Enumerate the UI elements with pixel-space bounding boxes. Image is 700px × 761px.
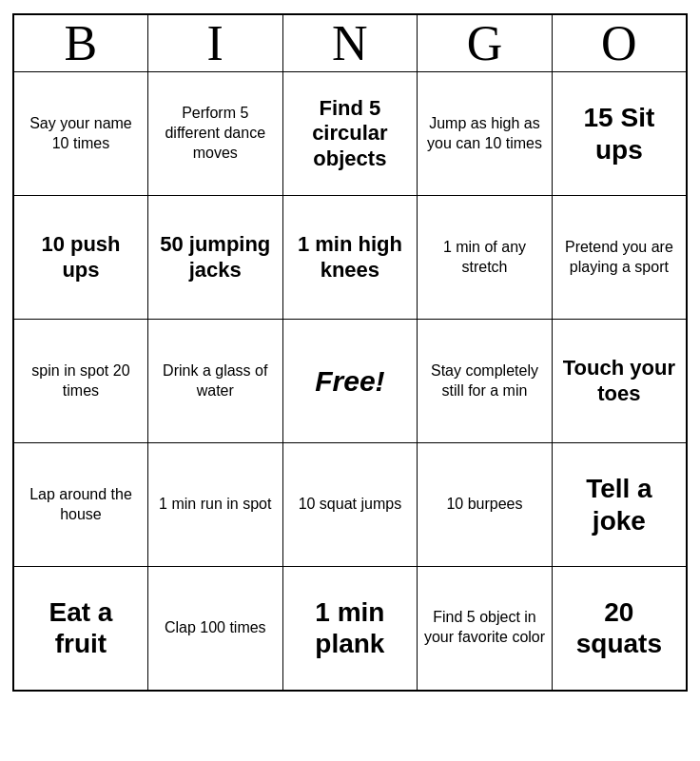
cell-0-4[interactable]: 15 Sit ups	[552, 72, 687, 196]
cell-4-4[interactable]: 20 squats	[552, 567, 687, 691]
cell-text-3-2: 10 squat jumps	[299, 496, 402, 512]
cell-4-0[interactable]: Eat a fruit	[13, 567, 147, 691]
grid-row-4: Eat a fruitClap 100 times1 min plankFind…	[13, 567, 687, 691]
cell-2-4[interactable]: Touch your toes	[552, 320, 687, 443]
cell-0-3[interactable]: Jump as high as you can 10 times	[418, 72, 553, 196]
cell-0-0[interactable]: Say your name 10 times	[13, 72, 147, 196]
cell-3-2[interactable]: 10 squat jumps	[282, 443, 418, 567]
cell-text-0-4: 15 Sit ups	[584, 103, 655, 165]
grid-row-1: 10 push ups50 jumping jacks1 min high kn…	[13, 196, 687, 320]
cell-2-3[interactable]: Stay completely still for a min	[418, 320, 553, 443]
cell-text-3-4: Tell a joke	[586, 474, 652, 536]
letter-o: O	[552, 14, 687, 72]
cell-4-3[interactable]: Find 5 object in your favorite color	[418, 567, 553, 691]
cell-1-0[interactable]: 10 push ups	[13, 196, 147, 320]
cell-text-0-0: Say your name 10 times	[29, 115, 132, 151]
cell-text-1-1: 50 jumping jacks	[160, 232, 270, 281]
cell-text-0-3: Jump as high as you can 10 times	[427, 115, 542, 151]
cell-text-4-0: Eat a fruit	[49, 597, 112, 659]
cell-2-2[interactable]: Free!	[282, 320, 418, 443]
cell-3-3[interactable]: 10 burpees	[418, 443, 553, 567]
cell-0-2[interactable]: Find 5 circular objects	[282, 72, 418, 196]
header-row: B I N G O	[13, 14, 687, 72]
cell-text-2-4: Touch your toes	[563, 356, 675, 404]
cell-text-1-0: 10 push ups	[41, 232, 120, 281]
cell-1-3[interactable]: 1 min of any stretch	[418, 196, 553, 320]
cell-text-2-1: Drink a glass of water	[163, 362, 267, 399]
cell-3-0[interactable]: Lap around the house	[13, 443, 147, 567]
cell-text-2-3: Stay completely still for a min	[431, 362, 538, 399]
cell-text-3-1: 1 min run in spot	[159, 496, 271, 512]
bingo-card: B I N G O Say your name 10 timesPerform …	[0, 0, 700, 761]
bingo-grid: B I N G O Say your name 10 timesPerform …	[12, 13, 688, 692]
cell-2-1[interactable]: Drink a glass of water	[147, 320, 282, 443]
cell-text-0-2: Find 5 circular objects	[312, 96, 388, 170]
cell-text-1-4: Pretend you are playing a sport	[565, 239, 673, 275]
cell-1-2[interactable]: 1 min high knees	[282, 196, 418, 320]
cell-text-4-2: 1 min plank	[315, 597, 384, 659]
cell-text-0-1: Perform 5 different dance moves	[165, 105, 265, 161]
cell-2-0[interactable]: spin in spot 20 times	[13, 320, 147, 443]
cell-0-1[interactable]: Perform 5 different dance moves	[147, 72, 282, 196]
cell-4-1[interactable]: Clap 100 times	[147, 567, 282, 691]
cell-text-3-3: 10 burpees	[446, 496, 522, 512]
grid-row-2: spin in spot 20 timesDrink a glass of wa…	[13, 320, 687, 443]
cell-text-2-0: spin in spot 20 times	[31, 362, 129, 399]
cell-text-1-3: 1 min of any stretch	[443, 239, 526, 275]
grid-row-0: Say your name 10 timesPerform 5 differen…	[13, 72, 687, 196]
cell-4-2[interactable]: 1 min plank	[282, 567, 418, 691]
cell-text-3-0: Lap around the house	[29, 486, 132, 522]
cell-text-2-2: Free!	[315, 365, 384, 397]
cell-text-1-2: 1 min high knees	[298, 232, 402, 281]
grid-row-3: Lap around the house1 min run in spot10 …	[13, 443, 687, 567]
letter-g: G	[418, 14, 553, 72]
cell-text-4-3: Find 5 object in your favorite color	[424, 609, 545, 645]
letter-i: I	[147, 14, 282, 72]
letter-n: N	[282, 14, 418, 72]
cell-1-4[interactable]: Pretend you are playing a sport	[552, 196, 687, 320]
letter-b: B	[13, 14, 147, 72]
cell-3-4[interactable]: Tell a joke	[552, 443, 687, 567]
cell-text-4-4: 20 squats	[576, 597, 662, 659]
cell-text-4-1: Clap 100 times	[165, 619, 266, 635]
cell-1-1[interactable]: 50 jumping jacks	[147, 196, 282, 320]
cell-3-1[interactable]: 1 min run in spot	[147, 443, 282, 567]
